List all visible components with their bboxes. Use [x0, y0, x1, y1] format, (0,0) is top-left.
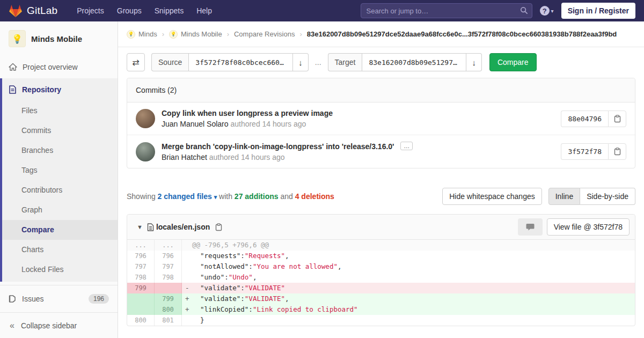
commit-sha[interactable]: 3f572f78 — [561, 143, 608, 160]
sidebar-item-compare[interactable]: Compare — [2, 220, 118, 240]
old-line-number[interactable]: 796 — [127, 251, 155, 261]
sidebar-item-contributors[interactable]: Contributors — [2, 180, 118, 200]
old-line-number[interactable] — [127, 293, 155, 304]
sign-in-button[interactable]: Sign in / Register — [561, 3, 635, 19]
sidebar-item-repository[interactable]: Repository — [2, 78, 118, 101]
showing-label: Showing — [127, 192, 156, 201]
commit-info: Copy link when user longpress a preview … — [162, 109, 333, 128]
breadcrumb-group-label: Minds — [138, 30, 157, 38]
sidebar-item-branches[interactable]: Branches — [2, 141, 118, 160]
hide-whitespace-button[interactable]: Hide whitespace changes — [442, 188, 542, 205]
source-ref-dropdown[interactable]: 3f572f78f08c0bcec660… — [188, 53, 293, 71]
copy-sha-button[interactable] — [608, 111, 626, 127]
commit-info: Merge branch 'copy-link-on-image-longpre… — [162, 142, 413, 161]
target-input-group: Target 83e162007d8b09e51297… ↓ — [328, 53, 482, 71]
project-context-header[interactable]: 💡 Minds Mobile — [0, 21, 118, 56]
new-line-number[interactable]: 800 — [155, 304, 182, 315]
diff-line-row: 800 801 } — [127, 315, 635, 326]
nav-item-help[interactable]: Help — [190, 6, 218, 15]
sidebar-item-label: Issues — [22, 295, 43, 303]
commit-sha[interactable]: 88e04796 — [561, 111, 608, 127]
source-dropdown-arrow-icon[interactable]: ↓ — [293, 53, 309, 71]
diff-view-actions: Hide whitespace changes Inline Side-by-s… — [442, 188, 635, 205]
commit-avatar[interactable] — [136, 142, 155, 161]
old-line-number[interactable]: 800 — [127, 315, 155, 326]
commit-author-link[interactable]: Brian Hatchet — [162, 153, 207, 161]
changed-files-dropdown[interactable]: 2 changed files ▾ — [158, 192, 217, 201]
compare-separator: ... — [315, 58, 321, 67]
document-icon — [9, 85, 17, 94]
gitlab-logo[interactable]: GitLab — [9, 4, 57, 18]
new-line-number: ... — [155, 240, 182, 251]
diff-view-toggle: Inline Side-by-side — [548, 188, 635, 205]
nav-item-projects[interactable]: Projects — [70, 6, 111, 15]
issues-icon — [9, 295, 17, 303]
sidebar-item-charts[interactable]: Charts — [2, 240, 118, 260]
main-content: 💡 Minds › 💡 Minds Mobile › Compare Revis… — [118, 21, 644, 326]
commits-panel-header: Commits (2) — [127, 78, 635, 102]
collapse-diff-caret-icon[interactable]: ▼ — [133, 224, 147, 230]
code-line: "notAllowed":"You are not allowed", — [182, 261, 635, 272]
compare-button[interactable]: Compare — [489, 53, 537, 71]
old-line-number[interactable]: 799 — [127, 283, 155, 293]
inline-view-button[interactable]: Inline — [548, 188, 580, 205]
home-icon — [9, 63, 17, 71]
collapse-sidebar-button[interactable]: « Collapse sidebar — [0, 312, 118, 338]
commit-sha-group: 88e04796 — [561, 111, 626, 127]
double-chevron-left-icon: « — [10, 321, 14, 330]
new-line-number[interactable]: 796 — [155, 251, 182, 261]
target-dropdown-arrow-icon[interactable]: ↓ — [466, 53, 482, 71]
search-input[interactable] — [361, 3, 532, 18]
new-line-number[interactable] — [155, 283, 182, 293]
search-icon[interactable] — [520, 6, 528, 14]
old-line-number: ... — [127, 240, 155, 251]
sidebar-item-locked-files[interactable]: Locked Files — [2, 260, 118, 280]
breadcrumb-page-label: Compare Revisions — [234, 30, 295, 38]
sidebar-item-label: Project overview — [23, 63, 78, 71]
diff-summary-bar: Showing 2 changed files ▾ with 27 additi… — [127, 188, 635, 205]
sidebar-nav: Project overview Repository Files Commit… — [0, 56, 118, 312]
nav-item-snippets[interactable]: Snippets — [148, 6, 190, 15]
sidebar-item-issues[interactable]: Issues 196 — [0, 288, 118, 310]
copy-file-path-button[interactable] — [215, 223, 222, 231]
new-line-number[interactable]: 799 — [155, 293, 182, 304]
breadcrumb-page[interactable]: Compare Revisions — [234, 30, 295, 38]
sidebar-item-tags[interactable]: Tags — [2, 160, 118, 180]
help-menu[interactable]: ? ▾ — [540, 6, 554, 16]
sidebar-item-graph[interactable]: Graph — [2, 200, 118, 220]
additions-count: 27 additions — [235, 192, 279, 201]
main-nav: Projects Groups Snippets Help — [70, 6, 218, 15]
copy-sha-button[interactable] — [608, 143, 626, 160]
new-line-number[interactable]: 798 — [155, 272, 182, 283]
expand-commit-description-button[interactable]: … — [400, 142, 413, 150]
code-line: - "validate":"VALIDATE" — [182, 283, 635, 293]
caret-down-icon: ▾ — [214, 194, 217, 200]
diff-table: ... ... @@ -796,5 +796,6 @@ 796 796 "req… — [127, 240, 635, 326]
compare-form: ⇄ Source 3f572f78f08c0bcec660… ↓ ... Tar… — [127, 53, 635, 71]
side-by-side-view-button[interactable]: Side-by-side — [580, 188, 635, 205]
commit-title-link[interactable]: Merge branch 'copy-link-on-image-longpre… — [162, 142, 394, 151]
target-ref-dropdown[interactable]: 83e162007d8b09e51297… — [362, 53, 466, 71]
view-file-button[interactable]: View file @ 3f572f78 — [547, 218, 630, 236]
project-avatar-small: 💡 — [169, 30, 178, 39]
commit-author-link[interactable]: Juan Manuel Solaro — [162, 120, 229, 128]
breadcrumb-group[interactable]: 💡 Minds — [127, 30, 157, 39]
old-line-number[interactable]: 798 — [127, 272, 155, 283]
breadcrumb-project[interactable]: 💡 Minds Mobile — [169, 30, 222, 39]
diff-line-row: 798 798 "undo":"Undo", — [127, 272, 635, 283]
commit-meta: Juan Manuel Solaro authored 14 hours ago — [162, 120, 333, 128]
nav-item-groups[interactable]: Groups — [111, 6, 148, 15]
old-line-number[interactable] — [127, 304, 155, 315]
sidebar-item-commits[interactable]: Commits — [2, 121, 118, 141]
toggle-comments-button[interactable] — [518, 218, 543, 236]
code-line: + "validate":"VALIDATE", — [182, 293, 635, 304]
sidebar-item-files[interactable]: Files — [2, 101, 118, 121]
sidebar-item-project-overview[interactable]: Project overview — [0, 56, 118, 78]
new-line-number[interactable]: 801 — [155, 315, 182, 326]
old-line-number[interactable]: 797 — [127, 261, 155, 272]
swap-revisions-button[interactable]: ⇄ — [127, 53, 145, 71]
diff-deleted-line-row: 799 - "validate":"VALIDATE" — [127, 283, 635, 293]
new-line-number[interactable]: 797 — [155, 261, 182, 272]
commit-title-link[interactable]: Copy link when user longpress a preview … — [162, 109, 333, 117]
commit-avatar[interactable] — [136, 109, 155, 128]
